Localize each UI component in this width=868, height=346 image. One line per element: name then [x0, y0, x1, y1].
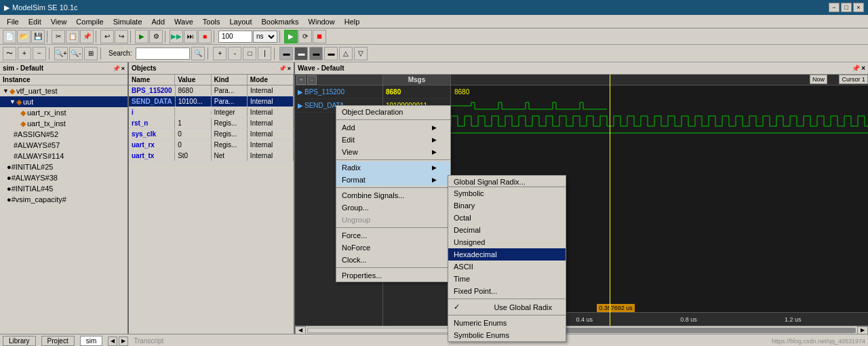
tb2-zoom-in[interactable]: 🔍+: [54, 47, 68, 60]
wave-hscroll[interactable]: ◀ ▶: [295, 326, 868, 334]
maximize-btn[interactable]: □: [841, 3, 852, 12]
obj-panel-close[interactable]: ×: [288, 65, 291, 72]
ctx-fmt-ascii[interactable]: ASCII: [448, 261, 566, 273]
panel-close[interactable]: ×: [121, 65, 125, 72]
minimize-btn[interactable]: −: [829, 3, 840, 12]
ctx-fmt-symbolic-enums[interactable]: Symbolic Enums: [448, 329, 566, 341]
tb2-add[interactable]: +: [18, 47, 31, 60]
tb-undo[interactable]: ↩: [100, 30, 114, 43]
signal-bps-row[interactable]: ▶ BPS_115200: [295, 85, 382, 99]
menu-layout[interactable]: Layout: [226, 16, 256, 27]
obj-row-uarttx[interactable]: uart_tx St0 Net Internal: [129, 151, 294, 161]
close-btn[interactable]: ×: [853, 3, 864, 12]
ctx-fmt-fixed[interactable]: Fixed Point...: [448, 285, 566, 297]
sim-time-input[interactable]: [218, 31, 252, 43]
tb2-marker5[interactable]: △: [339, 47, 353, 60]
ctx-fmt-hexadecimal[interactable]: Hexadecimal: [448, 248, 566, 261]
tb-compile-all[interactable]: ⚙: [149, 30, 163, 43]
menu-help[interactable]: Help: [340, 16, 364, 27]
tree-uart-tx[interactable]: ◆ uart_tx_inst: [0, 118, 127, 129]
wave-expand-btn[interactable]: +: [296, 75, 306, 85]
ctx-fmt-time[interactable]: Time: [448, 273, 566, 285]
tree-uut[interactable]: ▼ ◆ uut: [0, 96, 127, 107]
obj-row-i[interactable]: i Integer Internal: [129, 107, 294, 118]
menu-window[interactable]: Window: [304, 16, 339, 27]
obj-row-rstn[interactable]: rst_n 1 Regis... Internal: [129, 118, 294, 129]
wave-close-btn[interactable]: ×: [861, 64, 865, 72]
panel-pin[interactable]: 📌: [113, 65, 120, 72]
scroll-left-btn[interactable]: ◀: [295, 326, 306, 334]
tb2-zoom-out2[interactable]: -: [228, 47, 241, 60]
menu-add[interactable]: Add: [148, 16, 170, 27]
status-nav-right[interactable]: ▶: [119, 337, 128, 346]
tb2-cursor[interactable]: |: [258, 47, 271, 60]
menu-simulate[interactable]: Simulate: [109, 16, 146, 27]
ctx-fmt-global-radix[interactable]: ✓ Use Global Radix: [448, 301, 566, 313]
tree-initial45[interactable]: ● #INITIAL#45: [0, 183, 127, 194]
ctx-view[interactable]: View ▶: [336, 146, 450, 158]
menu-view[interactable]: View: [47, 16, 71, 27]
menu-compile[interactable]: Compile: [72, 16, 107, 27]
tb2-zoom-full[interactable]: □: [243, 47, 256, 60]
scroll-right-btn[interactable]: ▶: [857, 326, 868, 334]
obj-row-sysclk[interactable]: sys_clk 0 Regis... Internal: [129, 129, 294, 140]
tb2-marker6[interactable]: ▽: [354, 47, 368, 60]
tb2-marker3[interactable]: ▬: [309, 47, 323, 60]
tb-stop-sim[interactable]: ⏹: [313, 30, 326, 43]
tb-compile[interactable]: ▶: [135, 30, 149, 43]
ctx-fmt-binary[interactable]: Binary: [448, 199, 566, 212]
tree-initial25[interactable]: ● #INITIAL#25: [0, 161, 127, 172]
ctx-add[interactable]: Add ▶: [336, 121, 450, 134]
tree-assign52[interactable]: #ASSIGN#52: [0, 129, 127, 140]
tb2-zoom-out[interactable]: 🔍-: [69, 47, 83, 60]
ctx-fmt-octal[interactable]: Octal: [448, 212, 566, 224]
status-nav-left[interactable]: ◀: [108, 337, 117, 346]
tb-sim-start[interactable]: ▶▶: [170, 30, 183, 43]
tb-run[interactable]: ▶: [284, 30, 298, 43]
wave-collapse-btn[interactable]: -: [307, 75, 317, 85]
ctx-fmt-unsigned[interactable]: Unsigned: [448, 236, 566, 248]
ctx-fmt-symbolic[interactable]: Symbolic: [448, 187, 566, 199]
tb2-search[interactable]: 🔍: [191, 47, 205, 60]
tree-uart-rx[interactable]: ◆ uart_rx_inst: [0, 107, 127, 118]
tab-project[interactable]: Project: [41, 336, 75, 346]
tb-restart[interactable]: ⟳: [298, 30, 312, 43]
tb-save[interactable]: 💾: [31, 30, 45, 43]
ctx-properties[interactable]: Properties...: [336, 269, 450, 282]
tb-sim-step[interactable]: ⏭: [184, 30, 197, 43]
ctx-radix[interactable]: Radix ▶: [336, 161, 450, 174]
ctx-clock[interactable]: Clock...: [336, 254, 450, 266]
ctx-group[interactable]: Group...: [336, 201, 450, 214]
tb2-zoom-fit[interactable]: ⊞: [84, 47, 98, 60]
wave-pin-btn[interactable]: 📌: [852, 64, 860, 72]
tb-copy[interactable]: 📋: [66, 30, 79, 43]
wave-search-input[interactable]: [136, 47, 190, 60]
ctx-fmt-decimal[interactable]: Decimal: [448, 224, 566, 236]
tb-new[interactable]: 📄: [3, 30, 16, 43]
tb2-marker2[interactable]: ▬: [294, 47, 308, 60]
tb2-zoom-in2[interactable]: +: [213, 47, 226, 60]
obj-row-uartrx[interactable]: uart_rx 0 Regis... Internal: [129, 140, 294, 151]
tree-vtf-uart-test[interactable]: ▼ ◆ vtf_uart_test: [0, 85, 127, 96]
sim-unit-select[interactable]: ns us ms: [253, 31, 277, 43]
tb-cut[interactable]: ✂: [52, 30, 65, 43]
menu-wave[interactable]: Wave: [170, 16, 197, 27]
tb2-marker1[interactable]: ▬: [279, 47, 293, 60]
tb-paste[interactable]: 📌: [80, 30, 94, 43]
ctx-force[interactable]: Force...: [336, 229, 450, 242]
obj-row-bps[interactable]: BPS_115200 8680 Para... Internal: [129, 85, 294, 96]
tb-open[interactable]: 📂: [17, 30, 31, 43]
tb-sim-stop[interactable]: ■: [198, 30, 212, 43]
tree-always57[interactable]: #ALWAYS#57: [0, 140, 127, 151]
tree-vsim-cap[interactable]: ● #vsim_capacity#: [0, 194, 127, 205]
menu-edit[interactable]: Edit: [24, 16, 45, 27]
ctx-combine[interactable]: Combine Signals...: [336, 189, 450, 201]
tb2-marker4[interactable]: ▬: [324, 47, 338, 60]
menu-file[interactable]: File: [3, 16, 23, 27]
tree-always38[interactable]: ● #ALWAYS#38: [0, 172, 127, 183]
menu-tools[interactable]: Tools: [199, 16, 224, 27]
obj-panel-pin[interactable]: 📌: [279, 65, 286, 72]
tab-library[interactable]: Library: [3, 336, 36, 346]
tb2-wave[interactable]: 〜: [3, 47, 16, 60]
tab-sim[interactable]: sim: [80, 336, 103, 346]
